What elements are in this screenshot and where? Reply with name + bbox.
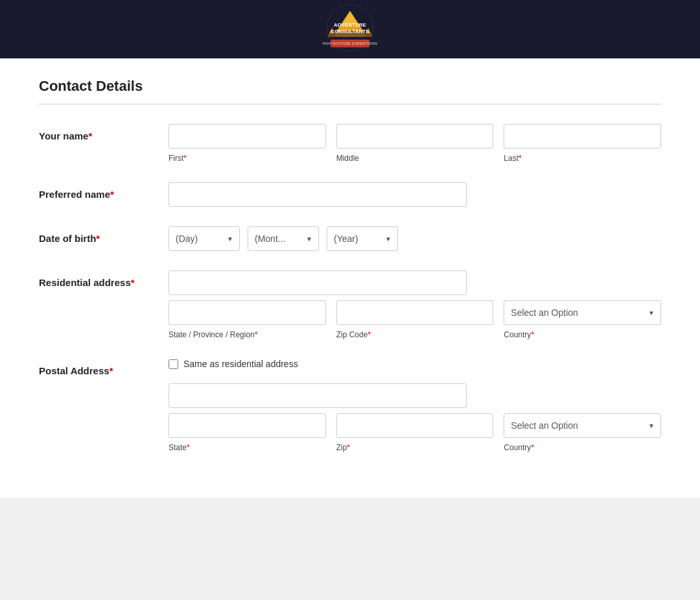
middle-name-group: Middle — [336, 124, 494, 163]
preferred-name-row: Preferred name* — [39, 182, 661, 207]
preferred-name-fields — [169, 182, 661, 207]
residential-state-input[interactable] — [169, 300, 326, 325]
postal-country-group: Select an Option United States United Ki… — [504, 413, 661, 452]
postal-zip-sublabel: Zip* — [336, 443, 494, 452]
residential-zip-input[interactable] — [336, 300, 494, 325]
svg-text:ADVENTURE: ADVENTURE — [334, 22, 366, 28]
month-select-wrapper: (Mont... — [248, 226, 319, 251]
last-name-input[interactable] — [504, 124, 661, 149]
main-content: Contact Details Your name* First* Middle… — [0, 58, 700, 498]
header: ADVENTURE CONSULTANTS HIGH ALTITUDE EXPE… — [0, 0, 700, 58]
svg-text:CONSULTANTS: CONSULTANTS — [331, 29, 369, 34]
postal-country-select[interactable]: Select an Option United States United Ki… — [504, 413, 661, 438]
month-select[interactable]: (Mont... — [248, 226, 319, 251]
postal-state-sublabel: State* — [169, 443, 326, 452]
year-select[interactable]: (Year) — [327, 226, 398, 251]
residential-country-select[interactable]: Select an Option United States United Ki… — [504, 300, 661, 325]
preferred-name-label: Preferred name* — [39, 182, 169, 200]
last-sublabel: Last* — [504, 154, 661, 163]
postal-zip-group: Zip* — [336, 413, 494, 452]
logo-image: ADVENTURE CONSULTANTS HIGH ALTITUDE EXPE… — [308, 3, 392, 55]
year-select-wrapper: (Year) — [327, 226, 398, 251]
same-as-residential-checkbox[interactable] — [169, 359, 178, 369]
residential-street-input[interactable] — [169, 270, 467, 295]
residential-state-group: State / Province / Region* — [169, 300, 326, 339]
day-select[interactable]: (Day) — [169, 226, 240, 251]
residential-country-group: Select an Option United States United Ki… — [504, 300, 661, 339]
first-name-input[interactable] — [169, 124, 326, 149]
same-as-residential-label[interactable]: Same as residential address — [183, 359, 298, 369]
residential-bottom-row: State / Province / Region* Zip Code* Sel… — [169, 300, 661, 339]
postal-address-label: Postal Address* — [39, 359, 169, 376]
day-select-wrapper: (Day) — [169, 226, 240, 251]
residential-country-sublabel: Country* — [504, 330, 661, 339]
preferred-name-input[interactable] — [169, 182, 467, 207]
same-as-residential-row: Same as residential address — [169, 359, 661, 369]
postal-state-group: State* — [169, 413, 326, 452]
residential-address-label: Residential address* — [39, 270, 169, 288]
your-name-label: Your name* — [39, 124, 169, 141]
postal-bottom-row: State* Zip* Select an Option United Stat… — [169, 413, 661, 452]
first-sublabel: First* — [169, 154, 326, 163]
dob-selects: (Day) (Mont... (Year) — [169, 226, 661, 251]
section-title: Contact Details — [39, 78, 661, 104]
name-inputs-row: First* Middle Last* — [169, 124, 661, 163]
residential-state-sublabel: State / Province / Region* — [169, 330, 326, 339]
dob-row: Date of birth* (Day) (Mont... (Year) — [39, 226, 661, 251]
first-name-group: First* — [169, 124, 326, 163]
residential-country-select-wrapper: Select an Option United States United Ki… — [504, 300, 661, 325]
residential-zip-group: Zip Code* — [336, 300, 494, 339]
postal-street-input[interactable] — [169, 383, 467, 408]
residential-address-fields: State / Province / Region* Zip Code* Sel… — [169, 270, 661, 339]
postal-street-wrapper — [169, 383, 467, 408]
postal-zip-input[interactable] — [336, 413, 494, 438]
dob-label: Date of birth* — [39, 226, 169, 244]
postal-country-select-wrapper: Select an Option United States United Ki… — [504, 413, 661, 438]
svg-text:HIGH ALTITUDE EXPEDITIONS: HIGH ALTITUDE EXPEDITIONS — [323, 42, 378, 45]
your-name-row: Your name* First* Middle Last* — [39, 124, 661, 163]
residential-address-row: Residential address* State / Province / … — [39, 270, 661, 339]
dob-fields-container: (Day) (Mont... (Year) — [169, 226, 661, 251]
postal-address-row: Postal Address* Same as residential addr… — [39, 359, 661, 452]
postal-state-input[interactable] — [169, 413, 326, 438]
residential-zip-sublabel: Zip Code* — [336, 330, 494, 339]
last-name-group: Last* — [504, 124, 661, 163]
middle-name-input[interactable] — [336, 124, 494, 149]
postal-country-sublabel: Country* — [504, 443, 661, 452]
your-name-fields: First* Middle Last* — [169, 124, 661, 163]
residential-street-wrapper — [169, 270, 467, 295]
middle-sublabel: Middle — [336, 154, 494, 163]
logo-container: ADVENTURE CONSULTANTS HIGH ALTITUDE EXPE… — [308, 3, 392, 55]
postal-address-fields: Same as residential address State* Zip* — [169, 359, 661, 452]
